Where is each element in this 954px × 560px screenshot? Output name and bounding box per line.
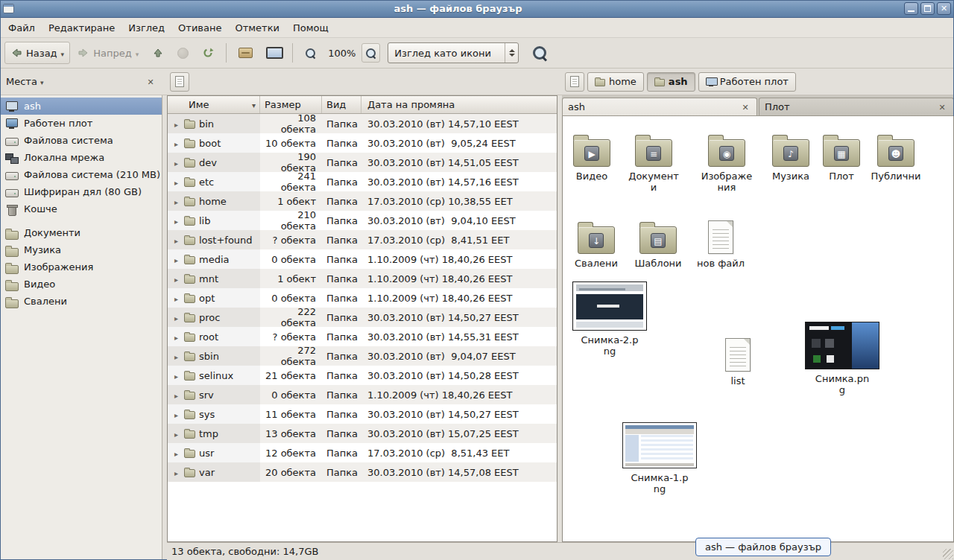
back-history-chevron-icon[interactable] bbox=[61, 48, 65, 59]
expander-icon[interactable] bbox=[172, 467, 180, 478]
expander-icon[interactable] bbox=[172, 138, 180, 149]
sidebar-item[interactable]: Музика bbox=[0, 241, 162, 258]
file-icon-item[interactable]: ▤ Шаблони bbox=[625, 214, 692, 269]
table-row[interactable]: tmp 13 обекта Папка 30.03.2010 (вт) 15,0… bbox=[168, 424, 557, 443]
file-icon-item[interactable]: ☻ Публични bbox=[862, 127, 929, 182]
sidebar-item[interactable]: Работен плот bbox=[0, 115, 162, 132]
toggle-location-entry-button[interactable] bbox=[170, 72, 189, 92]
column-header-date[interactable]: Дата на промяна bbox=[361, 96, 557, 113]
table-row[interactable]: lib 210 обекта Папка 30.03.2010 (вт) 9,0… bbox=[168, 211, 557, 230]
home-button[interactable] bbox=[233, 42, 259, 64]
table-row[interactable]: home 1 обект Папка 17.03.2010 (ср) 10,38… bbox=[168, 191, 557, 211]
combo-spinner-icon[interactable] bbox=[505, 43, 518, 63]
tab-close-button[interactable] bbox=[936, 101, 948, 113]
expander-icon[interactable] bbox=[172, 448, 180, 459]
menu-item[interactable]: Файл bbox=[1, 18, 42, 37]
expander-icon[interactable] bbox=[172, 254, 180, 265]
table-row[interactable]: srv 0 обекта Папка 1.10.2009 (чт) 18,40,… bbox=[168, 385, 557, 404]
table-row[interactable]: root ? обекта Папка 30.03.2010 (вт) 14,5… bbox=[168, 327, 557, 346]
table-row[interactable]: var 20 обекта Папка 30.03.2010 (вт) 14,5… bbox=[168, 462, 557, 482]
search-button[interactable] bbox=[526, 42, 553, 64]
expander-icon[interactable] bbox=[172, 409, 180, 420]
zoom-in-button[interactable] bbox=[361, 43, 380, 63]
tab-desktop[interactable]: Плот bbox=[759, 98, 954, 115]
file-icon-item[interactable]: Снимка-2.png bbox=[571, 281, 648, 357]
menu-item[interactable]: Отиване bbox=[171, 18, 228, 37]
expander-icon[interactable] bbox=[172, 331, 180, 343]
column-header-name[interactable]: Име bbox=[168, 96, 260, 113]
expander-icon[interactable] bbox=[172, 215, 180, 226]
minimize-button[interactable] bbox=[904, 2, 918, 15]
forward-button[interactable]: Напред bbox=[72, 42, 145, 64]
file-icon-item[interactable]: Снимка-1.png bbox=[621, 422, 698, 494]
sidebar-item[interactable]: Локална мрежа bbox=[0, 149, 162, 166]
tab-ash[interactable]: ash bbox=[562, 98, 757, 115]
sidebar-item[interactable]: Свалени bbox=[0, 293, 162, 310]
table-row[interactable]: bin 108 обекта Папка 30.03.2010 (вт) 14,… bbox=[168, 114, 557, 133]
table-row[interactable]: proc 222 обекта Папка 30.03.2010 (вт) 14… bbox=[168, 308, 557, 327]
table-row[interactable]: boot 10 обекта Папка 30.03.2010 (вт) 9,0… bbox=[168, 133, 557, 153]
table-row[interactable]: lost+found ? обекта Папка 17.03.2010 (ср… bbox=[168, 230, 557, 249]
table-row[interactable]: opt 0 обекта Папка 1.10.2009 (чт) 18,40,… bbox=[168, 288, 557, 308]
file-icon-item[interactable]: нов файл bbox=[687, 214, 754, 269]
expander-icon[interactable] bbox=[172, 370, 180, 381]
table-row[interactable]: sys 11 обекта Папка 30.03.2010 (вт) 14,5… bbox=[168, 404, 557, 424]
resize-grip[interactable] bbox=[943, 549, 953, 559]
file-icon-item[interactable]: list bbox=[704, 331, 771, 386]
sidebar-item[interactable]: Файлова система (210 MB) bbox=[0, 166, 162, 183]
file-icon-item[interactable]: ◉ Изображения bbox=[693, 127, 760, 193]
menu-item[interactable]: Помощ bbox=[286, 18, 335, 37]
menu-item[interactable]: Редактиране bbox=[42, 18, 121, 37]
expander-icon[interactable] bbox=[172, 312, 180, 323]
toggle-location-entry-button[interactable] bbox=[565, 72, 584, 92]
table-row[interactable]: media 0 обекта Папка 1.10.2009 (чт) 18,4… bbox=[168, 249, 557, 269]
row-type: Папка bbox=[322, 428, 361, 439]
sidebar-item[interactable]: Кошче bbox=[0, 200, 162, 217]
sidebar-item[interactable]: Изображения bbox=[0, 258, 162, 276]
pathbar-button-home[interactable]: home bbox=[587, 72, 644, 92]
menu-item[interactable]: Отметки bbox=[228, 18, 285, 37]
table-row[interactable]: etc 241 обекта Папка 30.03.2010 (вт) 14,… bbox=[168, 172, 557, 191]
zoom-out-button[interactable] bbox=[299, 42, 322, 64]
table-row[interactable]: mnt 1 обект Папка 1.10.2009 (чт) 18,40,2… bbox=[168, 269, 557, 288]
sidebar-item[interactable]: Файлова система bbox=[0, 132, 162, 149]
expander-icon[interactable] bbox=[172, 351, 180, 362]
expander-icon[interactable] bbox=[172, 428, 180, 439]
sidebar-item[interactable]: Видео bbox=[0, 276, 162, 293]
column-header-size[interactable]: Размер bbox=[260, 96, 322, 113]
file-icon-item[interactable]: ↓ Свалени bbox=[563, 214, 630, 269]
view-selector-combo[interactable]: Изглед като икони bbox=[388, 42, 519, 63]
expander-icon[interactable] bbox=[172, 389, 180, 401]
table-row[interactable]: dev 190 обекта Папка 30.03.2010 (вт) 14,… bbox=[168, 153, 557, 172]
sidebar-close-button[interactable] bbox=[145, 76, 157, 88]
sidebar-item[interactable]: Документи bbox=[0, 224, 162, 241]
sidebar-mode-chevron-icon[interactable] bbox=[40, 76, 44, 87]
pathbar-button-desktop[interactable]: Работен плот bbox=[698, 72, 796, 92]
expander-icon[interactable] bbox=[172, 293, 180, 304]
expander-icon[interactable] bbox=[172, 157, 180, 168]
tab-close-button[interactable] bbox=[739, 101, 751, 113]
reload-button[interactable] bbox=[196, 42, 220, 64]
computer-button[interactable] bbox=[260, 42, 286, 64]
expander-icon[interactable] bbox=[172, 196, 180, 207]
table-row[interactable]: selinux 21 обекта Папка 30.03.2010 (вт) … bbox=[168, 366, 557, 385]
table-row[interactable]: usr 12 обекта Папка 17.03.2010 (ср) 8,51… bbox=[168, 443, 557, 462]
file-icon-item[interactable]: Снимка.png bbox=[803, 322, 881, 395]
expander-icon[interactable] bbox=[172, 273, 180, 284]
file-icon-item[interactable]: ▶ Видео bbox=[558, 127, 625, 182]
close-button[interactable] bbox=[937, 2, 951, 15]
maximize-button[interactable] bbox=[920, 2, 935, 15]
expander-icon[interactable] bbox=[172, 118, 180, 130]
back-button[interactable]: Назад bbox=[4, 42, 70, 64]
pathbar-button-ash[interactable]: ash bbox=[647, 72, 695, 92]
stop-button[interactable] bbox=[171, 42, 195, 64]
table-row[interactable]: sbin 272 обекта Папка 30.03.2010 (вт) 9,… bbox=[168, 346, 557, 366]
file-icon-item[interactable]: ≡ Документи bbox=[620, 127, 687, 193]
menu-item[interactable]: Изглед bbox=[121, 18, 171, 37]
expander-icon[interactable] bbox=[172, 235, 180, 246]
up-button[interactable] bbox=[146, 42, 170, 64]
expander-icon[interactable] bbox=[172, 176, 180, 188]
sidebar-item[interactable]: ash bbox=[0, 98, 162, 115]
column-header-type[interactable]: Вид bbox=[322, 96, 361, 113]
sidebar-item[interactable]: Шифриран дял (80 GB) bbox=[0, 183, 162, 200]
